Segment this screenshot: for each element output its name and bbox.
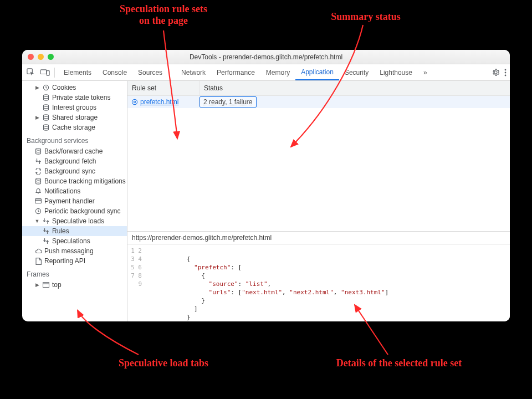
- svg-point-5: [505, 74, 507, 76]
- status-summary[interactable]: 2 ready, 1 failure: [200, 96, 257, 108]
- sidebar-item-label: Payment handler: [44, 197, 95, 205]
- sidebar-item-back-forward-cache[interactable]: Back/forward cache: [22, 146, 127, 156]
- window-title: DevTools - prerender-demos.glitch.me/pre…: [22, 53, 510, 61]
- sidebar-item-cookies[interactable]: ▶Cookies: [22, 83, 127, 93]
- tab-network[interactable]: Network: [176, 64, 211, 80]
- sidebar-item-rules[interactable]: Rules: [22, 226, 127, 236]
- close-window-icon[interactable]: [28, 54, 34, 60]
- tab-memory[interactable]: Memory: [260, 64, 295, 80]
- sidebar-item-interest-groups[interactable]: Interest groups: [22, 103, 127, 112]
- caret-down-icon: ▼: [34, 218, 40, 224]
- sidebar-item-label: Private state tokens: [52, 94, 110, 101]
- sidebar-item-shared-storage[interactable]: ▶Shared storage: [22, 112, 127, 122]
- devtools-window: DevTools - prerender-demos.glitch.me/pre…: [22, 50, 510, 321]
- tab-console[interactable]: Console: [97, 64, 132, 80]
- annotation-summary-status: Summary status: [310, 11, 421, 23]
- tab-sources[interactable]: Sources: [132, 64, 168, 80]
- sidebar-heading-frames: Frames: [22, 266, 127, 280]
- svg-point-11: [36, 149, 41, 150]
- sidebar-item-speculations[interactable]: Speculations: [22, 236, 127, 246]
- arrows-icon: [42, 237, 50, 245]
- sidebar-item-label: Speculations: [52, 237, 90, 245]
- sync-icon: [34, 167, 42, 175]
- svg-point-7: [44, 95, 49, 96]
- arrows-icon: [42, 217, 50, 225]
- window-controls: [28, 54, 54, 60]
- sidebar-item-label: Periodic background sync: [44, 207, 120, 215]
- sidebar-item-cache-storage[interactable]: Cache storage: [22, 122, 127, 132]
- zoom-window-icon[interactable]: [48, 54, 54, 60]
- db-icon: [42, 104, 50, 111]
- sidebar-item-bounce-tracking[interactable]: Bounce tracking mitigations: [22, 176, 127, 186]
- minimize-window-icon[interactable]: [38, 54, 44, 60]
- rule-set-link[interactable]: prefetch.html: [140, 98, 178, 106]
- sidebar-item-background-sync[interactable]: Background sync: [22, 166, 127, 176]
- table-row[interactable]: prefetch.html 2 ready, 1 failure: [127, 96, 510, 108]
- sidebar-item-payment-handler[interactable]: Payment handler: [22, 196, 127, 206]
- sidebar-item-label: Background fetch: [44, 157, 96, 165]
- db-icon: [42, 114, 50, 121]
- sidebar-item-label: Background sync: [44, 167, 95, 175]
- svg-rect-1: [40, 69, 46, 74]
- sidebar-item-label: Cache storage: [52, 124, 95, 131]
- rules-table-header: Rule set Status: [127, 81, 510, 96]
- card-icon: [34, 197, 42, 205]
- tabs-overflow-button[interactable]: »: [418, 64, 433, 80]
- column-header-rule-set[interactable]: Rule set: [127, 81, 200, 95]
- target-icon: [131, 98, 139, 106]
- sidebar-item-label: Cookies: [52, 84, 76, 91]
- settings-icon[interactable]: [492, 68, 500, 76]
- sidebar-item-push-messaging[interactable]: Push messaging: [22, 246, 127, 256]
- sidebar-item-frame-top[interactable]: ▶ top: [22, 280, 127, 290]
- sidebar-item-label: top: [52, 281, 62, 289]
- sidebar-item-label: Interest groups: [52, 104, 96, 111]
- svg-point-4: [505, 71, 507, 73]
- sidebar-item-label: Reporting API: [44, 257, 85, 265]
- svg-point-19: [134, 101, 135, 103]
- db-icon: [42, 94, 50, 101]
- tab-lighthouse[interactable]: Lighthouse: [374, 64, 418, 80]
- arrows-icon: [34, 157, 42, 165]
- line-gutter: 1 2 3 4 5 6 7 8 9: [127, 244, 146, 321]
- annotation-spec-tabs: Speculative load tabs: [94, 357, 233, 369]
- caret-right-icon: ▶: [34, 115, 40, 120]
- sidebar-item-private-state-tokens[interactable]: Private state tokens: [22, 93, 127, 103]
- svg-point-10: [44, 125, 49, 126]
- db-icon: [34, 147, 42, 155]
- tab-performance[interactable]: Performance: [211, 64, 260, 80]
- clock-icon: [34, 207, 42, 215]
- sidebar-item-label: Bounce tracking mitigations: [44, 177, 126, 185]
- rule-source-pane[interactable]: 1 2 3 4 5 6 7 8 9 { "prefetch": [ { "sou…: [127, 244, 510, 321]
- sidebar-heading-background-services: Background services: [22, 132, 127, 146]
- tab-application[interactable]: Application: [295, 64, 339, 80]
- sidebar-item-background-fetch[interactable]: Background fetch: [22, 156, 127, 166]
- sidebar-item-periodic-sync[interactable]: Periodic background sync: [22, 206, 127, 216]
- clock-icon: [42, 84, 50, 91]
- caret-right-icon: ▶: [34, 282, 40, 288]
- inspect-element-icon[interactable]: [23, 64, 38, 81]
- device-toolbar-icon[interactable]: [38, 64, 52, 81]
- svg-point-18: [132, 99, 137, 104]
- column-header-status[interactable]: Status: [200, 81, 510, 95]
- tab-security[interactable]: Security: [339, 64, 374, 80]
- svg-rect-16: [43, 283, 49, 288]
- tab-elements[interactable]: Elements: [58, 64, 97, 80]
- kebab-menu-icon[interactable]: [504, 69, 507, 76]
- application-sidebar: ▶CookiesPrivate state tokensInterest gro…: [22, 81, 127, 321]
- svg-point-8: [44, 105, 49, 106]
- db-icon: [34, 177, 42, 185]
- svg-point-9: [44, 115, 49, 116]
- sidebar-item-speculative-loads[interactable]: ▼ Speculative loads: [22, 216, 127, 226]
- sidebar-item-reporting-api[interactable]: Reporting API: [22, 256, 127, 266]
- sidebar-item-label: Back/forward cache: [44, 147, 103, 155]
- devtools-tabbar: ElementsConsoleSourcesNetworkPerformance…: [22, 64, 510, 81]
- sidebar-item-label: Push messaging: [44, 247, 94, 255]
- sidebar-item-notifications[interactable]: Notifications: [22, 186, 127, 196]
- svg-rect-2: [47, 70, 49, 75]
- svg-rect-13: [35, 199, 42, 203]
- sidebar-item-label: Speculative loads: [52, 217, 104, 225]
- titlebar: DevTools - prerender-demos.glitch.me/pre…: [22, 50, 510, 64]
- doc-icon: [34, 257, 42, 265]
- sidebar-item-label: Shared storage: [52, 114, 98, 121]
- cloud-icon: [34, 247, 42, 255]
